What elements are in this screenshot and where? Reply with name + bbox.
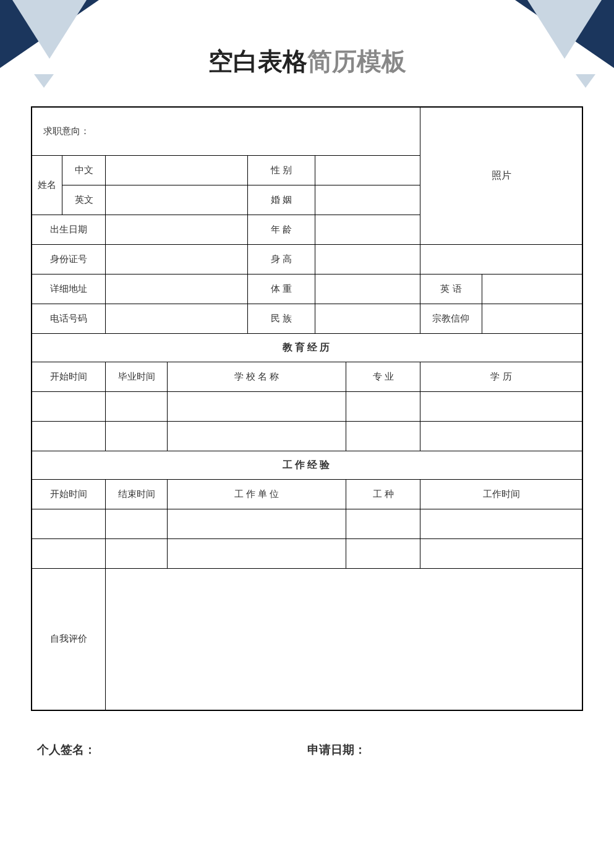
name-cn-value[interactable] xyxy=(106,155,247,185)
work-start-value[interactable] xyxy=(32,509,106,538)
photo-cell[interactable]: 照片 xyxy=(420,107,582,244)
title-dark: 空白表格 xyxy=(208,48,307,75)
signature-label: 个人签名： xyxy=(37,742,307,758)
edu-degree-value[interactable] xyxy=(420,391,582,421)
edu-start-value[interactable] xyxy=(32,391,106,421)
application-date-label: 申请日期： xyxy=(307,742,578,758)
marriage-value[interactable] xyxy=(315,185,420,215)
phone-label: 电话号码 xyxy=(32,304,106,333)
english-value[interactable] xyxy=(482,274,582,304)
english-label: 英 语 xyxy=(420,274,482,304)
birth-label: 出生日期 xyxy=(32,215,106,244)
weight-label: 体 重 xyxy=(247,274,315,304)
corner-decoration-tr-inner xyxy=(527,0,602,59)
edu-major-header: 专 业 xyxy=(346,362,420,391)
name-en-label: 英文 xyxy=(62,185,106,215)
work-row xyxy=(32,538,582,568)
work-unit-header: 工 作 单 位 xyxy=(168,479,346,509)
work-end-value[interactable] xyxy=(106,538,168,568)
birth-value[interactable] xyxy=(106,215,247,244)
edu-end-value[interactable] xyxy=(106,421,168,451)
idno-value[interactable] xyxy=(106,244,247,274)
work-section-header: 工作经验 xyxy=(32,451,582,479)
name-en-value[interactable] xyxy=(106,185,247,215)
arrow-decoration-tl xyxy=(34,74,54,88)
height-label: 身 高 xyxy=(247,244,315,274)
work-duration-value[interactable] xyxy=(420,538,582,568)
edu-school-value[interactable] xyxy=(168,421,346,451)
work-unit-value[interactable] xyxy=(168,538,346,568)
edu-end-header: 毕业时间 xyxy=(106,362,168,391)
edu-start-header: 开始时间 xyxy=(32,362,106,391)
age-label: 年 龄 xyxy=(247,215,315,244)
edu-start-value[interactable] xyxy=(32,421,106,451)
work-type-value[interactable] xyxy=(346,538,420,568)
work-duration-value[interactable] xyxy=(420,509,582,538)
idno-label: 身份证号 xyxy=(32,244,106,274)
edu-major-value[interactable] xyxy=(346,391,420,421)
job-intent-cell[interactable]: 求职意向： xyxy=(32,107,420,155)
address-label: 详细地址 xyxy=(32,274,106,304)
education-section-header: 教育经历 xyxy=(32,333,582,362)
name-label: 姓名 xyxy=(32,155,62,215)
self-eval-value[interactable] xyxy=(106,568,582,710)
edu-degree-header: 学 历 xyxy=(420,362,582,391)
religion-label: 宗教信仰 xyxy=(420,304,482,333)
work-end-value[interactable] xyxy=(106,509,168,538)
ethnicity-value[interactable] xyxy=(315,304,420,333)
work-row xyxy=(32,509,582,538)
edu-row xyxy=(32,391,582,421)
weight-value[interactable] xyxy=(315,274,420,304)
height-value[interactable] xyxy=(315,244,420,274)
footer: 个人签名： 申请日期： xyxy=(0,711,614,758)
work-start-header: 开始时间 xyxy=(32,479,106,509)
blank-right-1 xyxy=(420,244,582,274)
gender-label: 性 别 xyxy=(247,155,315,185)
corner-decoration-tl-inner xyxy=(12,0,87,59)
gender-value[interactable] xyxy=(315,155,420,185)
marriage-label: 婚 姻 xyxy=(247,185,315,215)
work-type-value[interactable] xyxy=(346,509,420,538)
work-end-header: 结束时间 xyxy=(106,479,168,509)
self-eval-label: 自我评价 xyxy=(32,568,106,710)
resume-form-table: 求职意向： 照片 姓名 中文 性 别 英文 婚 姻 出生日期 年 龄 身份证号 … xyxy=(31,106,583,711)
ethnicity-label: 民 族 xyxy=(247,304,315,333)
age-value[interactable] xyxy=(315,215,420,244)
edu-school-value[interactable] xyxy=(168,391,346,421)
edu-degree-value[interactable] xyxy=(420,421,582,451)
address-value[interactable] xyxy=(106,274,247,304)
name-cn-label: 中文 xyxy=(62,155,106,185)
title-light: 简历模板 xyxy=(307,48,406,75)
edu-end-value[interactable] xyxy=(106,391,168,421)
work-start-value[interactable] xyxy=(32,538,106,568)
job-intent-label: 求职意向： xyxy=(43,126,90,136)
phone-value[interactable] xyxy=(106,304,247,333)
religion-value[interactable] xyxy=(482,304,582,333)
edu-school-header: 学 校 名 称 xyxy=(168,362,346,391)
work-unit-value[interactable] xyxy=(168,509,346,538)
arrow-decoration-tr xyxy=(576,74,595,88)
work-type-header: 工 种 xyxy=(346,479,420,509)
work-duration-header: 工作时间 xyxy=(420,479,582,509)
edu-major-value[interactable] xyxy=(346,421,420,451)
edu-row xyxy=(32,421,582,451)
